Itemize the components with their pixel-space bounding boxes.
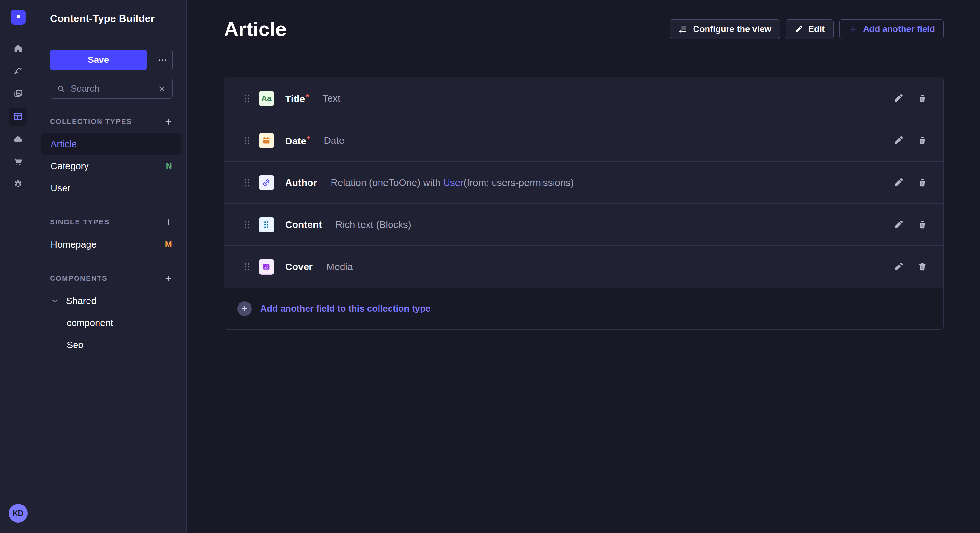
row-actions (894, 136, 927, 145)
field-row-content: Content Rich text (Blocks) (224, 204, 943, 246)
sidebar-item-seo[interactable]: Seo (41, 334, 181, 356)
row-actions (894, 178, 927, 187)
clear-search-icon[interactable] (158, 85, 166, 93)
edit-field-button[interactable] (894, 262, 903, 272)
search-input[interactable] (71, 84, 153, 94)
delete-field-button[interactable] (918, 136, 927, 145)
sidebar-item-user[interactable]: User (41, 177, 181, 199)
plus-icon (848, 24, 858, 34)
add-another-field-button[interactable]: Add another field (839, 19, 944, 39)
pencil-icon (894, 262, 903, 272)
content-type-builder-icon[interactable] (9, 108, 27, 125)
add-single-type-plus-icon[interactable] (164, 218, 173, 226)
delete-field-button[interactable] (918, 262, 927, 272)
configure-view-button[interactable]: Configure the view (670, 19, 780, 39)
drag-handle-icon[interactable] (244, 178, 250, 187)
page-title: Article (224, 19, 286, 40)
edit-label: Edit (808, 24, 825, 34)
delete-field-button[interactable] (918, 94, 927, 103)
status-badge: M (165, 240, 172, 250)
home-icon[interactable] (9, 40, 27, 58)
component-group-label: Shared (66, 296, 97, 306)
pencil-icon (894, 220, 903, 230)
trash-icon (918, 94, 927, 103)
main-content: Article Configure the view Edit Add anot… (187, 0, 980, 533)
add-another-field-label: Add another field (863, 24, 935, 34)
field-type: Rich text (Blocks) (336, 219, 411, 230)
more-options-button[interactable]: ⋯ (153, 49, 173, 70)
sidebar-item-label: Category (51, 161, 89, 171)
section-header: COMPONENTS (50, 274, 173, 283)
add-field-footer-button[interactable]: Add another field to this collection typ… (224, 288, 943, 329)
strapi-logo[interactable] (11, 10, 25, 25)
main-nav-rail: KD (0, 0, 36, 533)
component-group-shared[interactable]: Shared (41, 290, 181, 312)
drag-handle-icon[interactable] (244, 136, 250, 145)
sidebar-item-component[interactable]: component (41, 312, 181, 334)
user-avatar[interactable]: KD (9, 504, 27, 523)
edit-button[interactable]: Edit (786, 19, 834, 39)
section-header: SINGLE TYPES (50, 217, 173, 227)
deploy-cloud-icon[interactable] (9, 130, 27, 148)
collection-types-items: Article Category N User (50, 133, 173, 199)
strapi-logo-icon (14, 13, 22, 21)
plus-circle-icon (237, 301, 252, 316)
drag-handle-icon[interactable] (244, 262, 250, 272)
delete-field-button[interactable] (918, 220, 927, 230)
sidebar-item-article[interactable]: Article (41, 133, 181, 155)
save-button[interactable]: Save (50, 49, 147, 70)
field-row-author: Author Relation (oneToOne) with User(fro… (224, 162, 943, 204)
drag-handle-icon[interactable] (244, 94, 250, 103)
single-types-items: Homepage M (50, 233, 173, 255)
section-label: COLLECTION TYPES (50, 117, 132, 126)
sidebar-item-label: Article (51, 139, 77, 150)
sidebar-item-label: Seo (67, 339, 84, 351)
search-box[interactable] (50, 79, 173, 99)
pencil-icon (795, 25, 803, 33)
content-manager-feather-icon[interactable] (9, 62, 27, 80)
row-actions (894, 220, 927, 230)
edit-field-button[interactable] (894, 94, 903, 103)
relation-field-icon (259, 175, 274, 190)
main-header: Article Configure the view Edit Add anot… (224, 19, 944, 40)
search-icon (57, 84, 65, 93)
date-field-icon (259, 133, 274, 148)
components-items: Shared component Seo (50, 290, 173, 356)
rail-bottom: KD (0, 494, 36, 533)
trash-icon (918, 178, 927, 187)
field-row-date: Date* Date (224, 119, 943, 162)
relation-target-link[interactable]: User (443, 177, 463, 188)
rail-nav-items (9, 40, 27, 194)
section-components: COMPONENTS Shared component Seo (50, 274, 173, 356)
edit-field-button[interactable] (894, 220, 903, 230)
add-component-plus-icon[interactable] (164, 274, 173, 283)
sidebar-item-category[interactable]: Category N (41, 155, 181, 177)
media-field-icon (259, 259, 274, 274)
trash-icon (918, 136, 927, 145)
trash-icon (918, 262, 927, 272)
section-header: COLLECTION TYPES (50, 117, 173, 127)
settings-gear-icon[interactable] (9, 176, 27, 194)
drag-handle-icon[interactable] (244, 220, 250, 230)
configure-view-icon (679, 25, 688, 34)
fields-list-card: Aa Title* Text Date* Date (224, 77, 944, 330)
sidebar-item-label: component (67, 318, 113, 328)
blocks-field-icon (259, 217, 274, 233)
add-collection-type-plus-icon[interactable] (164, 117, 173, 126)
required-mark: * (305, 92, 309, 102)
edit-field-button[interactable] (894, 178, 903, 187)
sidebar-item-label: User (51, 183, 70, 194)
pencil-icon (894, 136, 903, 145)
field-name: Cover (285, 261, 313, 272)
chevron-down-icon (51, 297, 59, 305)
edit-field-button[interactable] (894, 136, 903, 145)
content-type-builder-sidebar: Content-Type Builder Save ⋯ COLLECTION T… (36, 0, 187, 533)
field-row-title: Aa Title* Text (224, 78, 943, 119)
section-collection-types: COLLECTION TYPES Article Category N User (50, 117, 173, 199)
delete-field-button[interactable] (918, 178, 927, 187)
media-library-icon[interactable] (9, 85, 27, 103)
marketplace-cart-icon[interactable] (9, 153, 27, 171)
sidebar-item-homepage[interactable]: Homepage M (41, 233, 181, 255)
add-field-footer-label: Add another field to this collection typ… (260, 303, 431, 314)
section-label: COMPONENTS (50, 274, 108, 283)
